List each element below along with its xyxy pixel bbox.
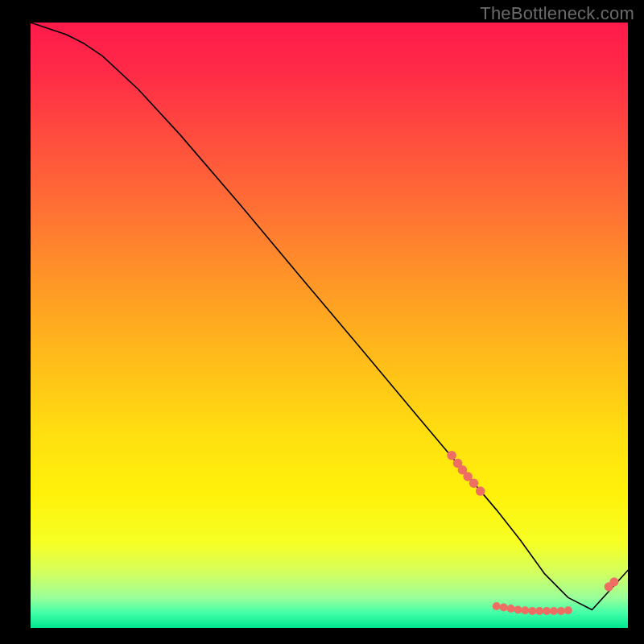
bottleneck-chart	[0, 0, 644, 644]
watermark-text: TheBottleneck.com	[480, 3, 634, 24]
